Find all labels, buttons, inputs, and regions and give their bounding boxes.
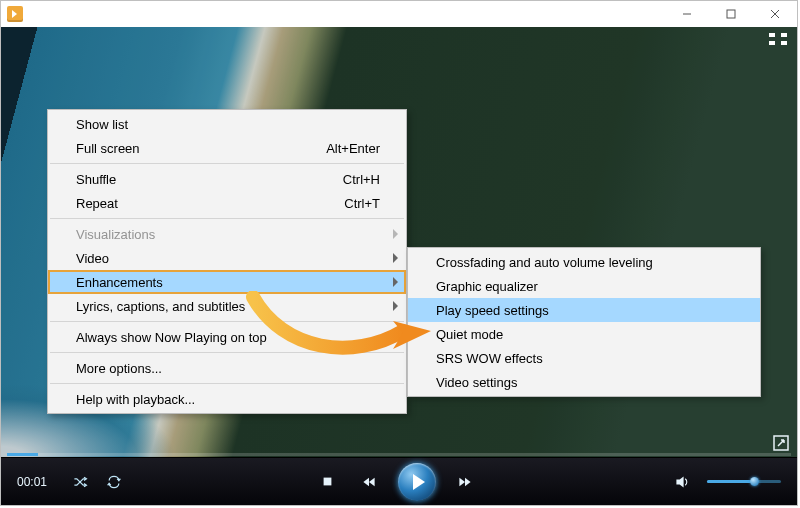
svg-marker-14 — [676, 476, 683, 487]
minimize-button[interactable] — [665, 1, 709, 27]
menu-shuffle[interactable]: Shuffle Ctrl+H — [48, 167, 406, 191]
time-elapsed: 00:01 — [17, 475, 63, 489]
video-area[interactable]: Show list Full screen Alt+Enter Shuffle … — [1, 27, 797, 457]
app-icon — [7, 6, 23, 22]
svg-rect-6 — [769, 41, 775, 45]
menu-label: Visualizations — [76, 227, 155, 242]
svg-marker-11 — [363, 477, 369, 485]
window-buttons — [665, 1, 797, 27]
menu-video[interactable]: Video — [48, 246, 406, 270]
submenu-arrow-icon — [393, 229, 398, 239]
volume-group — [665, 471, 781, 493]
repeat-button[interactable] — [103, 471, 125, 493]
menu-label: Lyrics, captions, and subtitles — [76, 299, 245, 314]
context-menu: Show list Full screen Alt+Enter Shuffle … — [47, 109, 407, 414]
submenu-arrow-icon — [393, 277, 398, 287]
menu-separator — [50, 163, 404, 164]
svg-marker-13 — [465, 477, 471, 485]
menu-repeat[interactable]: Repeat Ctrl+T — [48, 191, 406, 215]
svg-rect-1 — [727, 10, 735, 18]
submenu-play-speed[interactable]: Play speed settings — [408, 298, 760, 322]
menu-help-playback[interactable]: Help with playback... — [48, 387, 406, 411]
menu-label: Video — [76, 251, 109, 266]
submenu-graphic-equalizer[interactable]: Graphic equalizer — [408, 274, 760, 298]
menu-label: Repeat — [76, 196, 118, 211]
seek-bar[interactable] — [7, 453, 791, 456]
menu-label: Show list — [76, 117, 128, 132]
menu-label: Always show Now Playing on top — [76, 330, 267, 345]
menu-show-list[interactable]: Show list — [48, 112, 406, 136]
svg-marker-10 — [369, 477, 375, 485]
submenu-quiet-mode[interactable]: Quiet mode — [408, 322, 760, 346]
shuffle-button[interactable] — [69, 471, 91, 493]
play-button[interactable] — [398, 463, 436, 501]
menu-lyrics-captions[interactable]: Lyrics, captions, and subtitles — [48, 294, 406, 318]
menu-label: SRS WOW effects — [436, 351, 543, 366]
player-controls: 00:01 — [1, 457, 797, 505]
menu-separator — [50, 383, 404, 384]
menu-separator — [50, 218, 404, 219]
menu-label: Play speed settings — [436, 303, 549, 318]
menu-label: Quiet mode — [436, 327, 503, 342]
next-button[interactable] — [454, 471, 476, 493]
switch-to-library-icon[interactable] — [769, 33, 787, 45]
menu-shortcut: Ctrl+H — [313, 172, 380, 187]
menu-label: More options... — [76, 361, 162, 376]
titlebar[interactable] — [1, 1, 797, 28]
svg-rect-7 — [781, 41, 787, 45]
menu-label: Graphic equalizer — [436, 279, 538, 294]
submenu-srs-wow[interactable]: SRS WOW effects — [408, 346, 760, 370]
menu-label: Shuffle — [76, 172, 116, 187]
menu-label: Help with playback... — [76, 392, 195, 407]
close-button[interactable] — [753, 1, 797, 27]
app-window: Show list Full screen Alt+Enter Shuffle … — [0, 0, 798, 506]
mute-button[interactable] — [671, 471, 693, 493]
previous-button[interactable] — [358, 471, 380, 493]
menu-shortcut: Alt+Enter — [296, 141, 380, 156]
menu-visualizations: Visualizations — [48, 222, 406, 246]
submenu-video-settings[interactable]: Video settings — [408, 370, 760, 394]
menu-full-screen[interactable]: Full screen Alt+Enter — [48, 136, 406, 160]
submenu-arrow-icon — [393, 253, 398, 263]
menu-label: Full screen — [76, 141, 140, 156]
svg-rect-9 — [323, 478, 331, 486]
submenu-crossfading[interactable]: Crossfading and auto volume leveling — [408, 250, 760, 274]
menu-more-options[interactable]: More options... — [48, 356, 406, 380]
stop-button[interactable] — [316, 471, 338, 493]
menu-label: Video settings — [436, 375, 517, 390]
transport-controls — [308, 463, 484, 501]
svg-marker-12 — [459, 477, 465, 485]
enhancements-submenu: Crossfading and auto volume leveling Gra… — [407, 247, 761, 397]
menu-always-on-top[interactable]: Always show Now Playing on top — [48, 325, 406, 349]
seek-fill — [7, 453, 38, 456]
submenu-arrow-icon — [393, 301, 398, 311]
volume-slider[interactable] — [707, 480, 781, 483]
maximize-button[interactable] — [709, 1, 753, 27]
fullscreen-icon[interactable] — [773, 435, 789, 451]
menu-label: Crossfading and auto volume leveling — [436, 255, 653, 270]
menu-separator — [50, 321, 404, 322]
svg-rect-4 — [769, 33, 775, 37]
menu-enhancements[interactable]: Enhancements — [48, 270, 406, 294]
menu-separator — [50, 352, 404, 353]
menu-label: Enhancements — [76, 275, 163, 290]
menu-shortcut: Ctrl+T — [314, 196, 380, 211]
svg-rect-5 — [781, 33, 787, 37]
